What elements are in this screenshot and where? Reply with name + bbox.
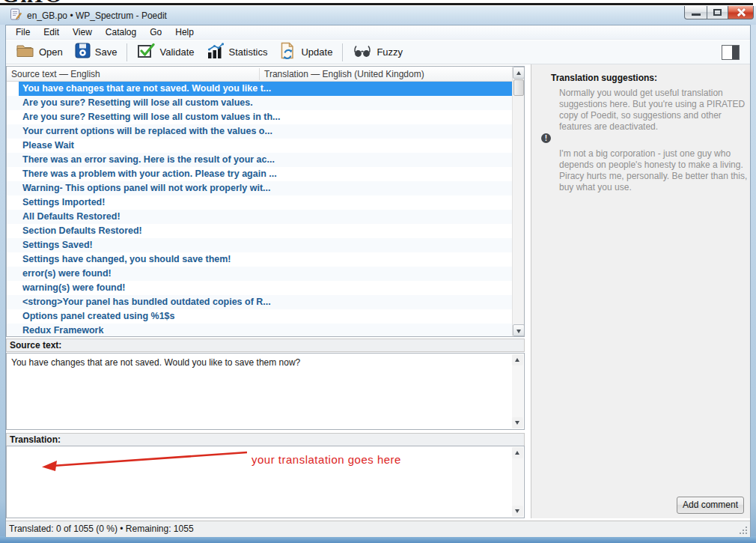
annotation-text: your translatation goes here: [252, 453, 401, 466]
menu-catalog[interactable]: Catalog: [99, 25, 143, 39]
save-button-label: Save: [95, 46, 118, 58]
list-row[interactable]: Are you sure? Resetting will lose all cu…: [7, 110, 512, 124]
row-source-text: Are you sure? Resetting will lose all cu…: [22, 112, 281, 122]
window-bottom-border: [0, 536, 756, 543]
row-source-text: Settings have changed, you should save t…: [22, 254, 231, 264]
source-scrollbar[interactable]: [512, 354, 523, 428]
fuzzy-button[interactable]: Fuzzy: [347, 42, 409, 63]
source-text-content: You have changes that are not saved. Wou…: [11, 357, 490, 368]
statistics-chart-icon: [206, 43, 224, 62]
open-folder-icon: [16, 43, 34, 61]
list-row[interactable]: Warning- This options panel will not wor…: [7, 181, 512, 195]
row-source-text: Settings Imported!: [22, 197, 105, 207]
menubar: File Edit View Catalog Go Help: [6, 25, 750, 40]
source-text-box: You have changes that are not saved. Wou…: [6, 353, 525, 430]
arrow-up-icon: [515, 358, 519, 362]
list-row[interactable]: Settings have changed, you should save t…: [7, 252, 512, 267]
list-row[interactable]: warning(s) were found!: [7, 281, 512, 295]
list-row[interactable]: You have changes that are not saved. Wou…: [7, 82, 512, 96]
translation-scrollbar[interactable]: [512, 447, 523, 517]
row-source-text: Are you sure? Resetting will lose all cu…: [22, 97, 253, 108]
list-row[interactable]: Settings Imported!: [7, 195, 512, 210]
update-button[interactable]: Update: [273, 42, 338, 63]
sidebar-toggle-icon[interactable]: [722, 45, 740, 60]
row-source-text: error(s) were found!: [22, 268, 112, 279]
translation-label: Translation:: [6, 433, 525, 446]
row-source-text: warning(s) were found!: [22, 282, 126, 293]
toolbar: Open Save Validate: [6, 40, 750, 64]
list-row[interactable]: Your current options will be replaced wi…: [7, 124, 512, 139]
row-source-text: Settings Saved!: [22, 240, 93, 250]
list-row[interactable]: Are you sure? Resetting will lose all cu…: [7, 96, 512, 110]
status-text: Translated: 0 of 1055 (0 %) • Remaining:…: [9, 524, 194, 534]
scroll-up-button[interactable]: [513, 67, 525, 79]
list-scrollbar[interactable]: [512, 67, 524, 336]
scroll-up-button[interactable]: [512, 354, 523, 365]
scroll-down-button[interactable]: [513, 324, 525, 336]
poedit-app-icon: [10, 8, 22, 23]
catalog-list: Source text — English Translation — Engl…: [6, 66, 525, 337]
row-source-text: Section Defaults Restored!: [22, 225, 142, 236]
validate-button[interactable]: Validate: [131, 42, 200, 63]
row-source-text: Redux Framework: [22, 325, 103, 336]
piracy-appeal-paragraph: I'm not a big corporation - just one guy…: [559, 148, 748, 193]
scroll-down-button[interactable]: [512, 417, 523, 428]
arrow-down-icon: [515, 509, 519, 513]
row-source-text: There was a problem with your action. Pl…: [22, 169, 277, 179]
menu-help[interactable]: Help: [168, 25, 201, 39]
close-icon: [736, 7, 746, 17]
column-source-header[interactable]: Source text — English: [11, 69, 100, 79]
row-source-text: There was an error saving. Here is the r…: [22, 154, 275, 165]
scroll-down-button[interactable]: [512, 506, 523, 517]
fuzzy-glasses-icon: [353, 43, 372, 61]
menu-file[interactable]: File: [9, 25, 37, 39]
arrow-down-icon: [515, 421, 519, 425]
statistics-button[interactable]: Statistics: [200, 42, 273, 63]
menu-edit[interactable]: Edit: [37, 25, 66, 39]
close-button[interactable]: [728, 6, 754, 19]
scroll-up-button[interactable]: [512, 447, 523, 458]
list-row[interactable]: There was an error saving. Here is the r…: [7, 153, 512, 167]
list-row[interactable]: Section Defaults Restored!: [7, 224, 512, 238]
titlebar[interactable]: en_GB.po • WP_Spectrum - Poedit: [0, 6, 756, 25]
validate-check-icon: [137, 42, 155, 62]
source-text-label: Source text:: [6, 339, 525, 352]
add-comment-button[interactable]: Add comment: [677, 497, 744, 514]
list-header: Source text — English Translation — Engl…: [7, 67, 512, 82]
row-source-text: Warning- This options panel will not wor…: [22, 183, 271, 193]
menu-go[interactable]: Go: [143, 25, 168, 39]
row-source-text: Please Wait: [22, 140, 74, 151]
list-rows: You have changes that are not saved. Wou…: [7, 82, 512, 336]
fuzzy-button-label: Fuzzy: [377, 46, 403, 58]
open-button-label: Open: [39, 46, 63, 58]
list-row[interactable]: error(s) were found!: [7, 267, 512, 281]
menu-view[interactable]: View: [66, 25, 99, 39]
save-button[interactable]: Save: [69, 42, 124, 63]
row-source-text: All Defaults Restored!: [22, 211, 121, 222]
toolbar-separator: [126, 43, 127, 61]
suggestions-title: Translation suggestions:: [551, 73, 657, 83]
open-button[interactable]: Open: [10, 42, 69, 63]
list-row[interactable]: There was a problem with your action. Pl…: [7, 167, 512, 181]
maximize-button[interactable]: [707, 6, 728, 19]
window-title: en_GB.po • WP_Spectrum - Poedit: [27, 10, 167, 21]
list-row[interactable]: <strong>Your panel has bundled outdated …: [7, 295, 512, 309]
list-row[interactable]: Redux Framework: [7, 324, 512, 337]
scrollbar-thumb[interactable]: [513, 79, 524, 96]
arrow-up-icon: [516, 71, 521, 75]
row-source-text: <strong>Your panel has bundled outdated …: [22, 297, 271, 307]
list-row[interactable]: Options panel created using %1$s: [7, 309, 512, 324]
suggestions-sidebar: Translation suggestions: Normally you wo…: [531, 64, 750, 518]
list-row[interactable]: Please Wait: [7, 139, 512, 153]
update-button-label: Update: [301, 46, 332, 58]
list-row[interactable]: Settings Saved!: [7, 238, 512, 252]
status-bar: Translated: 0 of 1055 (0 %) • Remaining:…: [6, 521, 750, 537]
alert-icon: !: [541, 133, 551, 143]
arrow-down-icon: [516, 330, 521, 333]
column-divider: [259, 68, 260, 80]
list-row[interactable]: All Defaults Restored!: [7, 210, 512, 224]
column-translation-header[interactable]: Translation — English (United Kingdom): [264, 69, 424, 79]
arrow-up-icon: [515, 451, 519, 455]
resize-grip[interactable]: [739, 526, 748, 535]
minimize-button[interactable]: [684, 6, 707, 19]
